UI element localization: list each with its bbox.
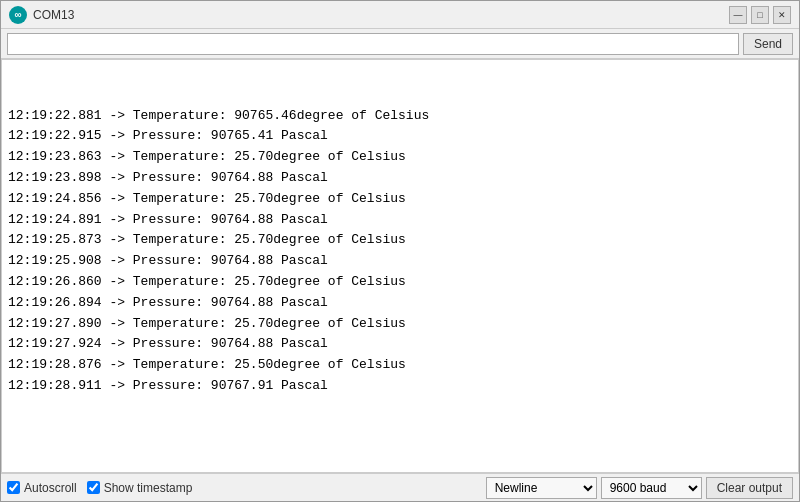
baud-select[interactable]: 9600 baud 300 baud 1200 baud 2400 baud 4… bbox=[601, 477, 702, 499]
window-title: COM13 bbox=[33, 8, 74, 22]
console-line: 12:19:24.856 -> Temperature: 25.70degree… bbox=[8, 189, 792, 210]
title-bar: ∞ COM13 — □ ✕ bbox=[1, 1, 799, 29]
console-area[interactable]: 12:19:22.881 -> Temperature: 90765.46deg… bbox=[1, 59, 799, 473]
main-window: ∞ COM13 — □ ✕ Send 12:19:22.881 -> Tempe… bbox=[0, 0, 800, 502]
console-line: 12:19:25.908 -> Pressure: 90764.88 Pasca… bbox=[8, 251, 792, 272]
autoscroll-label[interactable]: Autoscroll bbox=[7, 481, 77, 495]
console-line: 12:19:27.924 -> Pressure: 90764.88 Pasca… bbox=[8, 334, 792, 355]
title-bar-controls: — □ ✕ bbox=[729, 6, 791, 24]
console-line: 12:19:23.863 -> Temperature: 25.70degree… bbox=[8, 147, 792, 168]
message-input[interactable] bbox=[7, 33, 739, 55]
console-content: 12:19:22.881 -> Temperature: 90765.46deg… bbox=[2, 60, 798, 401]
title-bar-left: ∞ COM13 bbox=[9, 6, 74, 24]
send-button[interactable]: Send bbox=[743, 33, 793, 55]
show-timestamp-label[interactable]: Show timestamp bbox=[87, 481, 193, 495]
console-line: 12:19:22.881 -> Temperature: 90765.46deg… bbox=[8, 106, 792, 127]
arduino-logo: ∞ bbox=[9, 6, 27, 24]
toolbar: Send bbox=[1, 29, 799, 59]
show-timestamp-text: Show timestamp bbox=[104, 481, 193, 495]
minimize-button[interactable]: — bbox=[729, 6, 747, 24]
autoscroll-text: Autoscroll bbox=[24, 481, 77, 495]
console-line: 12:19:23.898 -> Pressure: 90764.88 Pasca… bbox=[8, 168, 792, 189]
logo-text: ∞ bbox=[14, 9, 21, 20]
console-line: 12:19:25.873 -> Temperature: 25.70degree… bbox=[8, 230, 792, 251]
autoscroll-checkbox[interactable] bbox=[7, 481, 20, 494]
clear-output-button[interactable]: Clear output bbox=[706, 477, 793, 499]
console-line: 12:19:24.891 -> Pressure: 90764.88 Pasca… bbox=[8, 210, 792, 231]
close-button[interactable]: ✕ bbox=[773, 6, 791, 24]
console-line: 12:19:28.911 -> Pressure: 90767.91 Pasca… bbox=[8, 376, 792, 397]
maximize-button[interactable]: □ bbox=[751, 6, 769, 24]
show-timestamp-checkbox[interactable] bbox=[87, 481, 100, 494]
console-line: 12:19:22.915 -> Pressure: 90765.41 Pasca… bbox=[8, 126, 792, 147]
status-left: Autoscroll Show timestamp bbox=[7, 481, 478, 495]
newline-select[interactable]: Newline No line ending Carriage return B… bbox=[486, 477, 597, 499]
console-line: 12:19:26.894 -> Pressure: 90764.88 Pasca… bbox=[8, 293, 792, 314]
console-line: 12:19:27.890 -> Temperature: 25.70degree… bbox=[8, 314, 792, 335]
console-line: 12:19:28.876 -> Temperature: 25.50degree… bbox=[8, 355, 792, 376]
console-line: 12:19:26.860 -> Temperature: 25.70degree… bbox=[8, 272, 792, 293]
status-bar: Autoscroll Show timestamp Newline No lin… bbox=[1, 473, 799, 501]
status-right: Newline No line ending Carriage return B… bbox=[486, 477, 793, 499]
